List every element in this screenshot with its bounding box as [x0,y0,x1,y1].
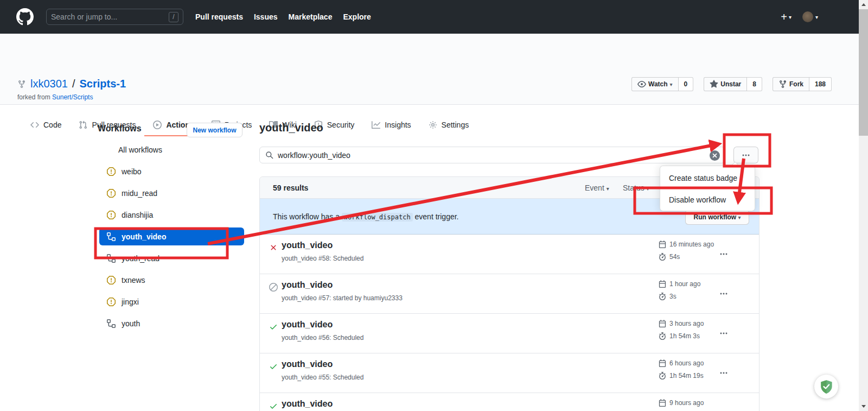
run-options-icon[interactable] [718,289,729,298]
star-count[interactable]: 8 [747,77,762,91]
stopwatch-icon [659,253,666,261]
sidebar-item-midu-read[interactable]: midu_read [99,184,244,202]
play-icon [153,121,162,129]
workflow-label: youth_video [122,232,166,241]
workflow-label: midu_read [122,189,157,198]
tab-code[interactable]: Code [22,116,70,136]
sidebar-item-weibo[interactable]: weibo [99,162,244,180]
workflow-label: dianshijia [122,211,153,219]
check-icon [269,402,278,410]
fork-icon [778,80,787,88]
sidebar-item-youth-video[interactable]: youth_video [99,227,244,245]
run-workflow-button[interactable]: Run workflow ▾ [685,210,749,225]
run-time: 9 hours ago [659,399,704,407]
create-new-button[interactable]: +▾ [781,11,792,23]
run-options-icon[interactable] [718,250,729,258]
run-title-link[interactable]: youth_video [282,241,333,250]
sidebar-item-jingxi[interactable]: jingxi [99,293,244,311]
stopwatch-icon [659,332,666,340]
slash-key-hint: / [169,12,178,22]
watch-count[interactable]: 0 [679,77,694,91]
repo-separator: / [72,78,75,90]
search-icon [265,151,273,159]
fork-count[interactable]: 188 [809,77,832,91]
header-nav-issues[interactable]: Issues [254,12,278,21]
fork-button[interactable]: Fork [773,77,809,91]
calendar-icon [659,280,666,288]
menu-item-disable-workflow[interactable]: Disable workflow [660,189,755,211]
run-title-link[interactable]: youth_video [282,399,333,409]
repo-social-buttons: Watch▾ 0 Unstar 8 Fork 188 [631,77,832,91]
repo-owner-link[interactable]: lxk0301 [30,78,68,90]
repo-name-link[interactable]: Scripts-1 [80,78,126,90]
calendar-icon [659,359,666,367]
alert-octagon-icon [107,211,116,219]
new-workflow-button[interactable]: New workflow [187,123,242,137]
status-filter[interactable]: Status ▾ [623,184,649,192]
run-row: youth_videoyouth_video #58: Scheduled16 … [260,235,759,274]
run-options-icon[interactable] [718,369,729,377]
run-title-link[interactable]: youth_video [282,280,333,290]
run-title-link[interactable]: youth_video [282,320,333,330]
event-filter[interactable]: Event ▾ [585,184,609,192]
tab-settings[interactable]: Settings [420,116,478,136]
run-duration: 1h 54m 19s [659,372,704,380]
header-nav-pull-requests[interactable]: Pull requests [195,12,243,21]
workflow-icon [107,232,116,241]
sidebar-item-dianshijia[interactable]: dianshijia [99,206,244,224]
github-actions-page: / Pull requestsIssuesMarketplaceExplore … [0,0,868,411]
watch-button[interactable]: Watch▾ [631,77,679,91]
forked-from-link[interactable]: Sunert/Scripts [52,93,93,101]
run-subtitle: youth_video #55: Scheduled [282,374,363,381]
run-duration: 1h 54m 3s [659,332,700,340]
run-options-icon[interactable] [718,408,729,411]
run-subtitle: youth_video #56: Scheduled [282,334,363,342]
avatar[interactable] [802,11,813,22]
menu-item-create-status-badge[interactable]: Create status badge [660,167,755,189]
graph-icon [372,121,380,129]
unstar-button[interactable]: Unstar [704,77,747,91]
header-nav-explore[interactable]: Explore [343,12,371,21]
sidebar-item-youth[interactable]: youth [99,314,244,332]
sidebar-item-all-workflows[interactable]: All workflows [99,141,244,159]
scroll-down-icon[interactable] [859,402,868,411]
banner-text: This workflow has a workflow_dispatch ev… [273,212,458,221]
alert-octagon-icon [107,167,116,176]
stopwatch-icon [659,372,666,380]
workflow-icon [107,319,116,328]
runs-search[interactable] [259,147,725,163]
global-search[interactable]: / [46,9,183,25]
check-icon [269,362,278,371]
sidebar-item-txnews[interactable]: txnews [99,271,244,289]
page-scrollbar[interactable] [859,0,868,411]
repo-header: lxk0301 / Scripts-1 forked from Sunert/S… [0,34,859,105]
workflow-label: youth_read [122,254,159,263]
calendar-icon [659,399,666,407]
alert-octagon-icon [107,189,116,198]
workflow-label: txnews [122,276,145,284]
runs-list: youth_videoyouth_video #58: Scheduled16 … [260,235,759,411]
run-duration: 3s [659,293,676,300]
workflow-label: weibo [122,167,142,176]
code-icon [30,121,39,129]
star-icon [710,80,718,88]
clear-search-icon[interactable] [710,150,720,161]
run-options-icon[interactable] [718,329,729,338]
runs-panel: 59 results Event ▾ Status ▾ This workflo… [259,176,760,411]
page-title: youth_video [259,122,323,134]
adguard-badge[interactable] [814,375,838,399]
tab-insights[interactable]: Insights [363,116,419,136]
scroll-up-icon[interactable] [859,0,868,9]
header-nav-marketplace[interactable]: Marketplace [289,12,333,21]
eye-icon [637,80,646,88]
user-menu[interactable]: ▾ [802,11,818,22]
workflow-options-button[interactable] [733,147,758,163]
global-search-input[interactable] [51,12,169,21]
scrollbar-thumb[interactable] [859,9,868,136]
run-title-link[interactable]: youth_video [282,359,333,369]
run-time: 3 hours ago [659,320,704,327]
github-logo-icon[interactable] [16,8,34,26]
runs-search-input[interactable] [278,151,719,160]
header-nav: Pull requestsIssuesMarketplaceExplore [195,0,371,34]
sidebar-item-youth-read[interactable]: youth_read [99,249,244,267]
